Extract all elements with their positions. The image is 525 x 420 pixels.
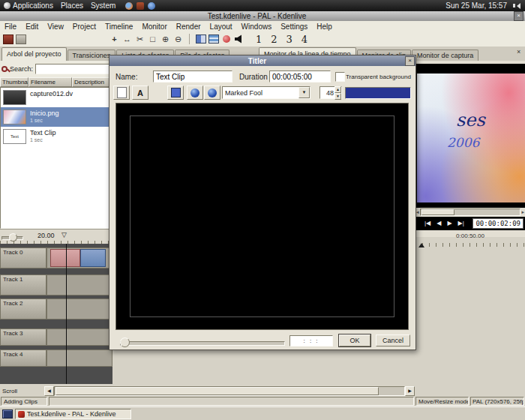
clip-row-textclip[interactable]: Text Text Clip 1 sec bbox=[1, 127, 113, 146]
track-header-2[interactable]: Track 2 bbox=[0, 298, 46, 320]
applications-menu[interactable]: Applications bbox=[0, 2, 57, 10]
spin-up-icon[interactable]: ▲ bbox=[334, 86, 341, 93]
name-label: Name: bbox=[116, 73, 137, 81]
dialog-close-icon[interactable]: × bbox=[405, 56, 415, 66]
menu-help[interactable]: Help bbox=[312, 22, 337, 31]
layout-4-button[interactable]: 4 bbox=[297, 34, 312, 45]
system-menu[interactable]: System bbox=[87, 2, 119, 10]
menu-render[interactable]: Render bbox=[172, 22, 206, 31]
monitor-position-slider[interactable]: ◂ ▸ bbox=[416, 208, 525, 216]
volume-icon[interactable] bbox=[513, 3, 520, 9]
split-view-icon[interactable] bbox=[194, 33, 207, 45]
layout-3-button[interactable]: 3 bbox=[282, 34, 297, 45]
timeline-playhead[interactable] bbox=[66, 244, 67, 384]
tab-project-tree[interactable]: Arbol del proyecto bbox=[2, 47, 67, 61]
clip-row-inicio[interactable]: Inicio.png 1 sec bbox=[1, 107, 113, 127]
timeline-clip-selected[interactable] bbox=[80, 249, 106, 267]
menu-settings[interactable]: Settings bbox=[276, 22, 312, 31]
frame-back-button[interactable]: ◀ bbox=[434, 217, 444, 230]
layout-2-button[interactable]: 2 bbox=[266, 34, 281, 45]
text-color-swatch[interactable] bbox=[345, 87, 411, 99]
track-lane-3[interactable] bbox=[46, 328, 112, 346]
firefox-launcher-icon[interactable] bbox=[125, 2, 133, 10]
ok-button[interactable]: OK bbox=[338, 334, 371, 347]
track-lane-1[interactable] bbox=[46, 274, 112, 296]
track-header-0[interactable]: Track 0 bbox=[0, 248, 46, 268]
places-menu[interactable]: Places bbox=[57, 2, 87, 10]
transparency-slider[interactable] bbox=[120, 341, 285, 346]
zoom-out-icon[interactable]: ⊖ bbox=[172, 33, 184, 45]
toolbar-icon-left-1[interactable] bbox=[2, 33, 14, 45]
title-canvas[interactable] bbox=[116, 103, 409, 330]
task-button[interactable]: Test.kdenlive - PAL - Kdenlive bbox=[15, 409, 131, 419]
move-tool-icon[interactable]: + bbox=[108, 33, 121, 45]
transparent-bg-checkbox[interactable] bbox=[335, 72, 345, 82]
load-title-button[interactable] bbox=[187, 86, 203, 100]
layout-1-button[interactable]: 1 bbox=[251, 34, 266, 45]
slider-right-arrow-icon[interactable]: ▸ bbox=[520, 209, 525, 215]
marker-icon[interactable] bbox=[220, 33, 232, 45]
spin-down-icon[interactable]: ▼ bbox=[334, 93, 341, 100]
spacer-tool-icon[interactable]: ↔ bbox=[121, 33, 134, 45]
launcher-icon-3[interactable] bbox=[148, 2, 155, 10]
timeline-ruler[interactable]: 20.00 ▽ bbox=[0, 229, 112, 244]
toolbar-icon-left-2[interactable] bbox=[14, 33, 27, 45]
column-thumbnail[interactable]: Thumbnail bbox=[0, 77, 28, 87]
column-filename[interactable]: Filename bbox=[28, 77, 72, 87]
go-start-button[interactable]: |◀ bbox=[422, 217, 434, 230]
menu-layout[interactable]: Layout bbox=[206, 22, 237, 31]
menu-windows[interactable]: Windows bbox=[237, 22, 277, 31]
show-desktop-icon[interactable] bbox=[2, 410, 13, 418]
monitor-playhead-marker[interactable] bbox=[418, 243, 424, 248]
add-text-button[interactable]: A bbox=[132, 86, 148, 100]
panel-close-icon[interactable]: × bbox=[517, 48, 520, 56]
menu-file[interactable]: File bbox=[0, 22, 21, 31]
track-lane-2[interactable] bbox=[46, 298, 112, 320]
scrollbar-thumb[interactable] bbox=[56, 387, 379, 395]
menu-edit[interactable]: Edit bbox=[21, 22, 43, 31]
track-header-1[interactable]: Track 1 bbox=[0, 274, 46, 296]
go-end-button[interactable]: ▶| bbox=[455, 217, 467, 230]
monitor-ruler[interactable]: 0:00:50.00 bbox=[416, 232, 525, 248]
menu-project[interactable]: Project bbox=[68, 22, 100, 31]
font-combobox[interactable]: Marked Fool ▼ bbox=[222, 86, 310, 99]
scrollbar-right-arrow[interactable]: ▶ bbox=[405, 386, 415, 396]
menu-view[interactable]: View bbox=[43, 22, 68, 31]
audio-thumbnails-icon[interactable] bbox=[232, 33, 245, 45]
fit-zoom-icon[interactable]: □ bbox=[146, 33, 159, 45]
playhead-marker[interactable]: ▽ bbox=[62, 232, 67, 238]
zoom-in-icon[interactable]: ⊕ bbox=[159, 33, 172, 45]
window-close-button[interactable]: × bbox=[514, 11, 524, 21]
clip-row-capture[interactable]: capture012.dv bbox=[1, 88, 113, 107]
transparency-slider-handle[interactable] bbox=[120, 338, 130, 347]
search-icon[interactable] bbox=[2, 64, 8, 74]
razor-tool-icon[interactable]: ✂ bbox=[134, 33, 146, 45]
menu-monitor[interactable]: Monitor bbox=[137, 22, 171, 31]
slider-thumb[interactable] bbox=[422, 209, 454, 215]
track-header-3[interactable]: Track 3 bbox=[0, 328, 46, 346]
tab-capture-monitor[interactable]: Monitor de captura bbox=[412, 50, 478, 61]
save-title-button[interactable] bbox=[204, 86, 220, 100]
launcher-icon-2[interactable] bbox=[136, 2, 144, 10]
play-button[interactable]: ▶ bbox=[444, 217, 454, 230]
dialog-titlebar[interactable]: Titler × bbox=[110, 56, 416, 66]
duration-input[interactable] bbox=[269, 70, 331, 82]
multitrack-view-icon[interactable] bbox=[207, 33, 220, 45]
track-header-4[interactable]: Track 4 bbox=[0, 350, 46, 367]
font-size-value: 48 bbox=[320, 89, 334, 97]
scrollbar-left-arrow[interactable]: ◀ bbox=[44, 386, 54, 396]
column-description[interactable]: Description bbox=[72, 77, 112, 87]
timeline-clip-video[interactable] bbox=[50, 249, 80, 267]
cancel-button[interactable]: Cancel bbox=[376, 334, 410, 346]
clock[interactable]: Sun 25 Mar, 15:57 bbox=[446, 2, 513, 10]
track-lane-0[interactable] bbox=[46, 248, 112, 268]
combo-dropdown-icon[interactable]: ▼ bbox=[298, 87, 310, 98]
timeline-tracks: Track 0 Track 1 Track 2 Track 3 Track 4 bbox=[0, 244, 112, 384]
add-rect-button[interactable] bbox=[167, 86, 184, 100]
track-lane-4[interactable] bbox=[46, 350, 112, 367]
menu-timeline[interactable]: Timeline bbox=[100, 22, 137, 31]
clip-name-input[interactable] bbox=[153, 70, 232, 82]
font-size-spinbox[interactable]: 48 ▲ ▼ bbox=[320, 86, 342, 99]
window-titlebar[interactable]: Test.kdenlive - PAL - Kdenlive × bbox=[0, 11, 525, 22]
new-title-button[interactable] bbox=[113, 86, 130, 100]
